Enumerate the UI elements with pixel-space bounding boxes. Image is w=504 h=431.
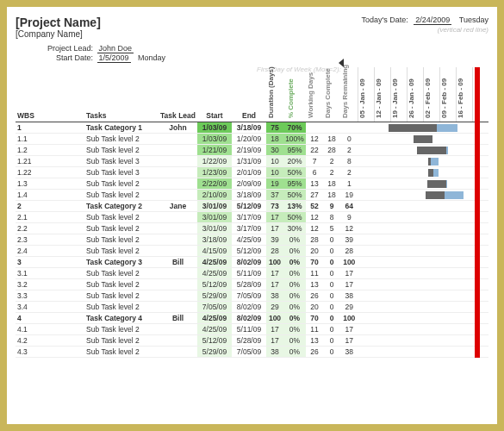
table-row[interactable]: 3Task Category 3Bill4/25/098/02/091000%7… [16, 257, 488, 268]
gantt-bar-cell [358, 167, 489, 178]
start-label: Start Date: [40, 53, 93, 62]
date-col-5: 09 - Feb - 09 [440, 67, 457, 122]
col-pct: % Complete [283, 67, 306, 122]
gantt-bar-cell [358, 122, 489, 134]
gantt-bar-cell [358, 223, 489, 234]
table-row[interactable]: 4.3Sub Task level 25/29/097/05/09380%260… [16, 347, 488, 358]
col-end: End [232, 67, 266, 122]
table-row[interactable]: 2.1Sub Task level 23/01/093/17/091750%12… [16, 212, 488, 223]
today-day: Tuesday [459, 16, 488, 24]
table-row[interactable]: 1.2Sub Task level 21/21/092/19/093095%22… [16, 145, 488, 156]
table-row[interactable]: 1Task Category 1John1/03/093/18/097570% [16, 122, 488, 134]
gantt-bar [417, 147, 448, 154]
gantt-bar-cell [358, 279, 489, 290]
gantt-bar-cell [358, 246, 489, 257]
table-row[interactable]: 2.2Sub Task level 23/01/093/17/091730%12… [16, 223, 488, 234]
meta-block: Project Lead: John Doe Start Date: 1/5/2… [40, 44, 488, 62]
col-working: Working Days [306, 67, 323, 122]
table-row[interactable]: 3.3Sub Task level 25/29/097/05/09380%260… [16, 290, 488, 302]
gantt-bar-cell [358, 145, 489, 156]
table-row[interactable]: 4Task Category 4Bill4/25/098/02/091000%7… [16, 313, 488, 324]
gantt-bar-cell [358, 156, 489, 167]
table-row[interactable]: 2.3Sub Task level 23/18/094/25/09390%280… [16, 234, 488, 246]
gantt-bar-cell [358, 347, 489, 358]
redline-note: (vertical red line) [361, 26, 488, 34]
table-row[interactable]: 1.21Sub Task level 31/22/091/31/091020%7… [16, 156, 488, 167]
gantt-table: WBS Tasks Task Lead Start End Duration (… [16, 67, 488, 358]
table-row[interactable]: 3.4Sub Task level 27/05/098/02/09290%200… [16, 302, 488, 313]
gantt-bar [414, 135, 432, 143]
col-start: Start [197, 67, 232, 122]
gantt-bar [428, 169, 439, 177]
lead-label: Project Lead: [40, 44, 93, 53]
today-date-value[interactable]: 2/24/2009 [414, 16, 451, 25]
col-dcomplete: Days Complete [323, 67, 340, 122]
table-row[interactable]: 3.2Sub Task level 25/12/095/28/09170%130… [16, 279, 488, 290]
table-row[interactable]: 3.1Sub Task level 24/25/095/11/09170%110… [16, 268, 488, 279]
date-col-0: 05 - Jan - 09 [358, 67, 375, 122]
table-row[interactable]: 1.22Sub Task level 31/23/092/01/091050%6… [16, 167, 488, 178]
gantt-bar-cell [358, 268, 489, 279]
gantt-bar-cell [358, 234, 489, 246]
gantt-bar-cell [358, 190, 489, 201]
col-tasks: Tasks [84, 67, 159, 122]
gantt-bar-cell [358, 201, 489, 212]
table-row[interactable]: 4.2Sub Task level 25/12/095/28/09170%130… [16, 335, 488, 347]
gantt-bar-cell [358, 335, 489, 347]
table-row[interactable]: 2Task Category 2Jane3/01/095/12/097313%5… [16, 201, 488, 212]
col-dremain: Days Remaining [340, 67, 358, 122]
today-redline [475, 67, 480, 358]
table-row[interactable]: 1.1Sub Task level 21/03/091/20/0918100%1… [16, 134, 488, 145]
gantt-bar-cell [358, 302, 489, 313]
gantt-bar [389, 124, 457, 132]
gantt-bar-cell [358, 178, 489, 190]
today-label: Today's Date: [361, 16, 408, 24]
gantt-sheet: WBS Tasks Task Lead Start End Duration (… [16, 67, 488, 358]
table-row[interactable]: 4.1Sub Task level 24/25/095/11/09170%110… [16, 324, 488, 335]
table-row[interactable]: 1.3Sub Task level 22/22/092/09/091995%13… [16, 178, 488, 190]
gantt-bar-cell [358, 257, 489, 268]
today-date-block: Today's Date: 2/24/2009 Tuesday (vertica… [361, 16, 488, 34]
start-date-value[interactable]: 1/5/2009 [97, 53, 131, 63]
gantt-bar-cell [358, 290, 489, 302]
date-col-4: 02 - Feb - 09 [424, 67, 440, 122]
header: [Project Name] [Company Name] Today's Da… [16, 16, 488, 62]
gantt-bar [428, 158, 439, 166]
gantt-bar-cell [358, 313, 489, 324]
gantt-bar-cell [358, 324, 489, 335]
date-col-3: 26 - Jan - 09 [408, 67, 424, 122]
table-row[interactable]: 1.4Sub Task level 22/10/093/18/093750%27… [16, 190, 488, 201]
gantt-bar [426, 191, 464, 199]
gantt-bar-cell [358, 212, 489, 223]
date-col-1: 12 - Jan - 09 [375, 67, 391, 122]
gantt-bar [427, 180, 447, 188]
start-day: Monday [138, 53, 165, 62]
gantt-bar-cell [358, 134, 489, 145]
col-wbs: WBS [16, 67, 84, 122]
col-lead: Task Lead [159, 67, 197, 122]
col-duration: Duration (Days) [266, 67, 283, 122]
lead-value[interactable]: John Doe [97, 44, 134, 53]
date-col-2: 19 - Jan - 09 [391, 67, 408, 122]
table-row[interactable]: 2.4Sub Task level 24/15/095/12/09280%200… [16, 246, 488, 257]
date-col-6: 16 - Feb - 09 [457, 67, 473, 122]
